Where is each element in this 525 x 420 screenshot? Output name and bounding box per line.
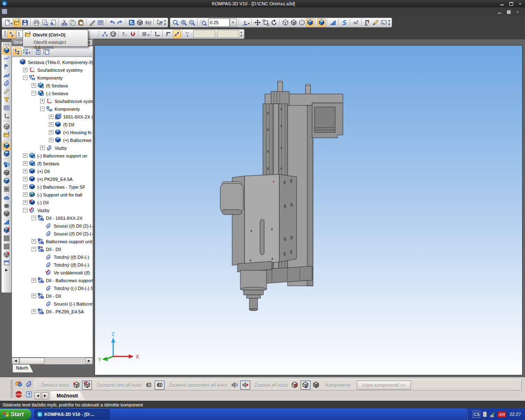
orientation-icon[interactable] [241, 18, 249, 27]
tree-item[interactable]: +Souřadnicové systémy [12, 66, 93, 74]
pan-icon[interactable] [253, 18, 262, 27]
snap-points-icon[interactable] [173, 30, 181, 38]
variables-icon[interactable]: f(x) [144, 18, 152, 27]
tree-item[interactable]: +(-) Support unit for ball [12, 191, 93, 199]
zoom-in-icon[interactable] [180, 18, 188, 27]
tree-item[interactable]: +Ballscrews support unit l [12, 237, 93, 245]
colcube2-toggle[interactable] [82, 381, 92, 390]
rotate-component-icon[interactable] [2, 150, 11, 158]
ortho-icon[interactable] [164, 30, 173, 38]
wedge-icon[interactable] [2, 218, 11, 226]
colcube1-toggle[interactable] [71, 381, 81, 390]
properties-panel-icon[interactable] [380, 18, 388, 27]
toolbar-grip[interactable] [3, 43, 10, 46]
more-buttons-icon[interactable]: ▾▾ [240, 31, 242, 37]
dome-icon[interactable] [2, 193, 11, 201]
tree-item[interactable]: −Komponenty [12, 105, 93, 113]
expand-box[interactable]: + [40, 99, 45, 103]
tree-item[interactable]: Sestava (Těla-0, Komponenty-9) [12, 58, 93, 66]
more-buttons-icon[interactable]: ▾▾ [164, 19, 166, 26]
print-preview-icon[interactable] [41, 18, 49, 27]
tree-item[interactable]: +1651-8XX-2X ( [12, 113, 93, 121]
tree-item[interactable]: +Vazby [12, 144, 93, 152]
tree-item[interactable]: −Komponenty [12, 74, 93, 82]
pattern2-icon[interactable] [2, 242, 11, 251]
datum-icon[interactable] [2, 112, 11, 120]
tree-item[interactable]: −Díl - 1651-8XX-2X [12, 214, 93, 222]
tree-item[interactable]: −Vazby [12, 206, 93, 214]
collision-detect-icon[interactable] [14, 379, 23, 388]
boolean-icon[interactable] [2, 169, 11, 177]
coordinate-field[interactable] [193, 30, 215, 38]
expand-box[interactable]: + [32, 83, 36, 88]
tree-item[interactable]: Ve vzdálenosti ((f) [12, 269, 93, 276]
expand-box[interactable]: + [23, 153, 27, 158]
mdi-close-button[interactable]: × [514, 9, 522, 15]
minimize-button[interactable] [498, 1, 506, 7]
copy-properties-icon[interactable] [88, 18, 96, 27]
move-component-icon[interactable] [2, 142, 11, 150]
move-part-icon[interactable] [7, 30, 16, 38]
restore-button[interactable] [507, 1, 515, 7]
toolbar-grip[interactable] [4, 31, 6, 37]
hide-objects-icon[interactable] [352, 18, 360, 27]
stopc2-toggle[interactable] [301, 381, 310, 390]
magnet-icon[interactable] [129, 30, 137, 38]
open-document-icon[interactable] [13, 18, 21, 27]
expand-box[interactable]: − [23, 208, 27, 212]
tree-item[interactable]: +Díl - PK299_E4.5A [12, 308, 93, 315]
mate-icon[interactable] [2, 251, 11, 259]
coordinate-field[interactable] [217, 30, 239, 38]
component-report-button[interactable]: Výpis komponentů >> [357, 381, 411, 390]
tree-item[interactable]: +(-) Ballscrews - Type SF [12, 183, 93, 191]
tree-item[interactable]: −Díl - Díl [12, 245, 93, 253]
section-icon[interactable] [2, 185, 11, 193]
new-document-icon[interactable] [3, 18, 11, 27]
open-part-icon[interactable] [2, 131, 11, 139]
tree-item[interactable]: Souosí ((-) Ballscrews - [12, 300, 93, 308]
wireframe-icon[interactable] [281, 18, 290, 27]
tabs-scroll-left-icon[interactable]: ◀ [34, 393, 41, 399]
language-indicator[interactable]: CS [472, 411, 480, 418]
stopc1-toggle[interactable] [290, 381, 300, 390]
window-manager-icon[interactable] [128, 18, 136, 27]
tab-navrh[interactable]: Návrh [12, 365, 33, 373]
edit-3d-icon[interactable] [2, 46, 11, 55]
tree-structure-icon[interactable] [13, 48, 21, 56]
paste-icon[interactable] [77, 18, 85, 27]
mdi-minimize-button[interactable] [495, 9, 504, 15]
tree-item[interactable]: +(+) PK299_E4.5A [12, 175, 93, 183]
pattern-icon[interactable] [2, 234, 11, 242]
hidden-lines-thin-icon[interactable] [298, 18, 306, 27]
expand-box[interactable]: + [23, 200, 27, 205]
check-part-icon[interactable] [2, 226, 11, 234]
expand-box[interactable]: + [23, 68, 27, 72]
tree-item[interactable]: +Díl - Ballscrews support [12, 276, 93, 284]
fit-rectangle-icon[interactable] [262, 18, 270, 27]
attachments-icon[interactable] [2, 79, 11, 87]
save-icon[interactable] [21, 18, 29, 27]
tree-horizontal-scrollbar[interactable]: ◀ ▶ [11, 358, 93, 365]
filter-icon[interactable] [2, 96, 11, 104]
rebuild-icon[interactable] [363, 18, 372, 27]
array-icon[interactable] [2, 210, 11, 218]
coordinates-icon[interactable]: Y+X [184, 30, 192, 38]
cut-icon[interactable] [60, 18, 68, 27]
tree-item[interactable]: +(+) Díl [12, 167, 93, 175]
tree-item[interactable]: +Souřadnicové systé [12, 97, 93, 105]
expand-toolbar-icon[interactable]: ▶ [5, 268, 8, 272]
operation-icon[interactable] [2, 123, 11, 131]
spreadsheet-icon[interactable] [96, 18, 105, 27]
zoom-selected-icon[interactable] [199, 18, 208, 27]
spk-toggle[interactable] [230, 381, 240, 390]
grid-icon[interactable] [140, 30, 148, 38]
expand-box[interactable]: + [49, 122, 53, 127]
tree-item[interactable]: +(f) Sestava [12, 160, 93, 167]
tree-item[interactable]: +(-) Díl [12, 199, 93, 206]
tree-item[interactable]: Totožný ((f) Díl-(-) [12, 261, 93, 269]
3d-viewport[interactable]: Z X Y [94, 45, 523, 375]
surface-icon[interactable] [2, 71, 11, 79]
redo-icon[interactable] [116, 18, 124, 27]
snap-query-icon[interactable]: ?.. [121, 30, 129, 38]
context-help-icon[interactable]: ? [155, 18, 164, 27]
